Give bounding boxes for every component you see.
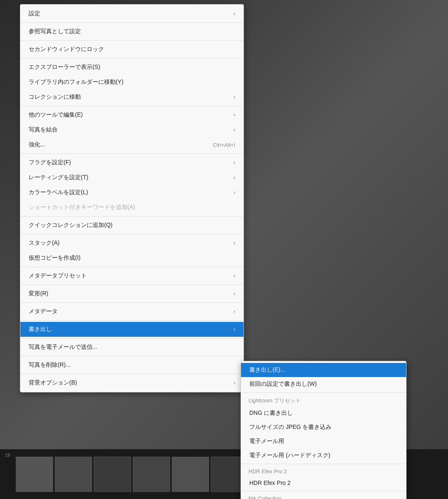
film-thumb <box>55 457 92 492</box>
separator <box>20 285 243 285</box>
menu-item-email-photo[interactable]: 写真を電子メールで送信... <box>20 340 243 355</box>
menu-item-set-flag[interactable]: フラグを設定(F) › <box>20 155 243 170</box>
film-thumb <box>94 457 131 492</box>
menu-item-add-keyword-shortcut: ショートカット付きキーワードを追加(A) <box>20 200 243 215</box>
separator <box>241 491 406 491</box>
film-thumb <box>16 457 53 492</box>
arrow-icon: › <box>234 190 235 195</box>
film-thumb <box>172 457 209 492</box>
arrow-icon: › <box>234 175 235 180</box>
arrow-icon: › <box>234 380 235 386</box>
menu-item-settings[interactable]: 設定 › <box>20 6 243 21</box>
separator <box>20 338 243 338</box>
arrow-icon: › <box>234 127 235 133</box>
menu-item-move-to-folder[interactable]: ライブラリ内のフォルダーに移動(Y) <box>20 75 243 90</box>
separator <box>241 392 406 393</box>
menu-item-move-to-collection[interactable]: コレクションに移動 › <box>20 90 243 105</box>
menu-item-set-color-label[interactable]: カラーラベルを設定(L) › <box>20 185 243 200</box>
submenu-item-export-email[interactable]: 電子メール用 <box>241 434 406 448</box>
menu-item-show-in-explorer[interactable]: エクスプローラーで表示(S) <box>20 60 243 75</box>
submenu-item-hdr-efex[interactable]: HDR Efex Pro 2 <box>241 476 406 489</box>
arrow-icon: › <box>234 160 235 166</box>
menu-item-enhance[interactable]: 強化... Ctrl+Alt+I <box>20 137 243 152</box>
separator <box>20 267 243 267</box>
menu-item-create-virtual-copy[interactable]: 仮想コピーを作成(I) <box>20 251 243 265</box>
submenu-item-export-with-prev[interactable]: 前回の設定で書き出し(W) <box>241 377 406 391</box>
film-thumb <box>133 457 170 492</box>
submenu-item-export-email-hdd[interactable]: 電子メール用 (ハードディスク) <box>241 448 406 462</box>
arrow-icon: › <box>234 309 235 314</box>
sub-context-menu: 書き出し(E)... 前回の設定で書き出し(W) Lightroom プリセット… <box>241 361 407 499</box>
menu-item-metadata-preset[interactable]: メタデータプリセット › <box>20 268 243 283</box>
section-header-lr-presets: Lightroom プリセット <box>241 394 406 406</box>
menu-item-export[interactable]: 書き出し › <box>20 322 243 337</box>
menu-item-stack[interactable]: スタック(A) › <box>20 236 243 251</box>
menu-item-background-options[interactable]: 背景オプション(B) › <box>20 375 243 390</box>
section-header-nik-collection: Nik Collection <box>241 492 406 499</box>
arrow-icon: › <box>234 291 235 297</box>
separator <box>20 106 243 106</box>
separator <box>20 153 243 154</box>
submenu-item-export-dialog[interactable]: 書き出し(E)... <box>241 363 406 377</box>
separator <box>241 464 406 464</box>
submenu-item-export-dng[interactable]: DNG に書き出し <box>241 406 406 420</box>
menu-item-set-reference[interactable]: 参照写真として設定 <box>20 24 243 39</box>
separator <box>20 22 243 23</box>
separator <box>20 302 243 303</box>
menu-item-edit-in[interactable]: 他のツールで編集(E) › <box>20 107 243 122</box>
arrow-icon: › <box>234 11 235 17</box>
menu-item-set-rating[interactable]: レーティングを設定(T) › <box>20 170 243 185</box>
separator <box>20 216 243 217</box>
menu-item-delete-photo[interactable]: 写真を削除(R)... <box>20 358 243 372</box>
menu-item-lock-second-window[interactable]: セカンドウィンドウにロック <box>20 42 243 57</box>
arrow-icon: › <box>234 273 235 279</box>
section-header-hdr-efex: HDR Efex Pro 2 <box>241 465 406 476</box>
separator <box>20 374 243 374</box>
arrow-icon: › <box>234 112 235 118</box>
separator <box>20 58 243 58</box>
arrow-icon: › <box>234 240 235 246</box>
arrow-icon: › <box>234 94 235 100</box>
film-number: 19 <box>5 453 10 458</box>
menu-item-transform[interactable]: 変形(R) › <box>20 286 243 301</box>
separator <box>20 320 243 321</box>
menu-item-metadata[interactable]: メタデータ › <box>20 304 243 319</box>
arrow-icon: › <box>234 326 235 332</box>
main-context-menu: 設定 › 参照写真として設定 セカンドウィンドウにロック エクスプローラーで表示… <box>20 4 244 392</box>
menu-item-add-quick-collection[interactable]: クイックコレクションに追加(Q) <box>20 218 243 233</box>
separator <box>20 40 243 41</box>
separator <box>20 234 243 234</box>
separator <box>20 356 243 356</box>
submenu-item-export-jpeg[interactable]: フルサイズの JPEG を書き込み <box>241 420 406 434</box>
menu-item-merge-photos[interactable]: 写真を結合 › <box>20 122 243 137</box>
